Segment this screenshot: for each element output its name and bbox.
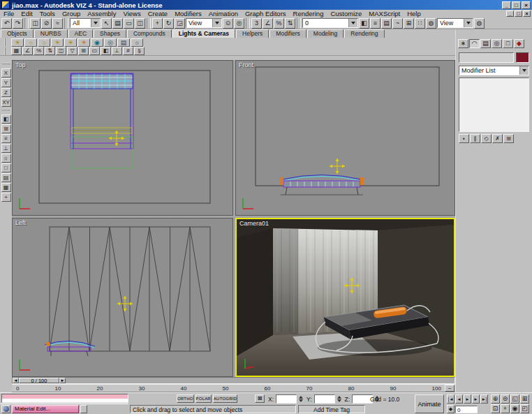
curve-editor-icon[interactable]: ~ — [392, 18, 403, 29]
snap-toggle-3d-icon[interactable]: 3 — [251, 18, 262, 29]
viewport-camera[interactable]: Camera01 — [235, 218, 455, 377]
grid-settings-icon[interactable]: § — [134, 47, 145, 55]
ortho-toggle[interactable]: ORTHO — [177, 394, 194, 403]
taskbar-mini-button[interactable] — [80, 405, 87, 413]
viewport-label[interactable]: Front — [239, 61, 253, 68]
restrict-z-button[interactable]: Z — [1, 88, 11, 97]
menu-item[interactable]: MAXScript — [365, 10, 404, 17]
xref-scene-icon[interactable]: ⊞ — [78, 47, 89, 55]
selection-lock-icon[interactable]: ⊠ — [255, 394, 265, 403]
previous-frame-button[interactable]: ◄ — [455, 394, 463, 404]
normal-align-icon[interactable]: ⊥ — [1, 144, 11, 153]
spinner-snap-toggle-icon[interactable]: ⇅ — [45, 47, 55, 55]
dropdown-arrow-icon[interactable] — [91, 19, 100, 27]
menu-item[interactable]: Rendering — [290, 10, 327, 17]
menu-item[interactable]: Graph Editors — [242, 10, 290, 17]
menu-item[interactable]: Create — [145, 10, 172, 17]
spinner-snap-icon[interactable]: ⇅ — [285, 18, 295, 29]
align-tool-icon[interactable]: ≡ — [1, 134, 11, 143]
schematic-view-icon[interactable]: ⊞ — [404, 18, 414, 29]
taskbar-icon-button[interactable] — [1, 405, 10, 413]
tab-create[interactable]: ∗ — [458, 39, 468, 48]
target-camera-icon[interactable]: ◉ — [91, 38, 103, 47]
pin-stack-icon[interactable]: ▪ — [459, 134, 469, 143]
angle-snap-toggle-icon[interactable]: ∠ — [22, 47, 33, 55]
viewport-label[interactable]: Top — [15, 61, 26, 68]
animate-button[interactable]: Animate — [415, 394, 444, 413]
percent-snap-icon[interactable]: % — [274, 18, 284, 29]
unlink-selection-icon[interactable]: ⊘ — [41, 18, 52, 29]
min-max-toggle-icon[interactable]: ◰ — [520, 404, 529, 413]
menu-item[interactable]: Help — [404, 10, 424, 17]
tab-helpers[interactable]: Helpers — [236, 29, 269, 38]
mirror-tool-icon[interactable]: ◧ — [101, 47, 111, 55]
y-coordinate-field[interactable] — [314, 394, 335, 404]
tab-modeling[interactable]: Modeling — [307, 29, 344, 38]
go-to-start-button[interactable]: |◄ — [447, 394, 455, 404]
child-minimize-button[interactable]: _ — [506, 10, 514, 17]
menu-item[interactable]: Assembly — [84, 10, 119, 17]
track-bar[interactable]: 0102030405060708090100 ~ — [12, 384, 455, 392]
mirror-tool-icon[interactable]: ◧ — [1, 114, 11, 124]
use-pivot-point-center-icon[interactable]: ⊙ — [223, 18, 233, 29]
tab-display[interactable]: □ — [503, 39, 513, 48]
viewport-left[interactable]: Left — [12, 218, 233, 377]
x-coordinate-field[interactable] — [276, 394, 297, 404]
dropdown-arrow-icon[interactable] — [348, 19, 357, 27]
child-restore-button[interactable]: □ — [515, 10, 522, 17]
time-slider[interactable]: ◄ 0 / 100 ► — [12, 377, 455, 384]
region-zoom-icon[interactable]: ⊡ — [491, 404, 500, 413]
undo-icon[interactable]: ↶ — [1, 18, 12, 29]
maxscript-mini-listener[interactable] — [1, 394, 128, 403]
tab-shapes[interactable]: Shapes — [94, 29, 126, 38]
go-to-end-button[interactable]: ►| — [480, 394, 488, 404]
quick-render-icon[interactable]: ◍ — [474, 18, 485, 29]
zoom-icon[interactable]: ⊕ — [491, 394, 500, 404]
remove-modifier-icon[interactable]: ✗ — [492, 134, 503, 143]
units-setup-icon[interactable]: # — [123, 47, 133, 55]
menu-item[interactable]: Views — [119, 10, 144, 17]
named-selection-sets-icon[interactable]: ▤ — [1, 173, 11, 182]
tab-modifiers[interactable]: Modifiers — [269, 29, 306, 38]
percent-snap-toggle-icon[interactable]: % — [34, 47, 44, 55]
free-directional-light-icon[interactable]: ☀ — [64, 38, 77, 47]
make-unique-icon[interactable]: ◇ — [481, 134, 492, 143]
restrict-y-button[interactable]: Y — [1, 78, 11, 87]
toolbar-grip[interactable] — [4, 47, 8, 55]
target-spotlight-icon[interactable]: ☼ — [24, 38, 37, 47]
transform-type-in-icon[interactable]: + — [1, 193, 11, 202]
window-crossing-icon[interactable]: ◫ — [135, 18, 145, 29]
arc-rotate-icon[interactable]: ◉ — [510, 404, 519, 413]
tab-hierarchy[interactable]: ▤ — [480, 39, 491, 48]
tab-objects[interactable]: Objects — [1, 29, 34, 38]
zoom-all-icon[interactable]: ⊜ — [501, 394, 510, 404]
tab-utilities[interactable]: ◆ — [514, 39, 524, 48]
tab-aec[interactable]: AEC — [68, 29, 93, 38]
tab-lights-cameras[interactable]: Lights & Cameras — [172, 29, 235, 38]
open-mini-curve-editor-button[interactable]: ~ — [445, 385, 455, 392]
omni-light-icon[interactable]: ☀ — [11, 38, 24, 47]
toolbar-grip[interactable] — [4, 38, 8, 46]
tab-modify[interactable]: ◠ — [469, 39, 480, 48]
current-frame-field[interactable]: 0 — [455, 406, 478, 413]
angle-snap-icon[interactable]: ∠ — [263, 18, 273, 29]
time-slider-handle[interactable]: 0 / 100 — [19, 378, 59, 383]
menu-item[interactable]: Group — [59, 10, 84, 17]
select-and-link-icon[interactable]: ◫ — [30, 18, 40, 29]
rectangular-selection-region-icon[interactable]: ▭ — [124, 18, 134, 29]
reference-coordinate-system-dropdown[interactable]: View — [186, 18, 222, 28]
next-frame-button[interactable]: ► — [472, 394, 480, 404]
layer-manager-icon[interactable]: ▤ — [381, 18, 392, 29]
select-and-scale-icon[interactable]: ◲ — [175, 18, 185, 29]
object-color-swatch[interactable] — [516, 52, 529, 63]
play-button[interactable]: ► — [464, 394, 471, 404]
key-mode-toggle-icon[interactable]: ◆ — [447, 405, 455, 413]
close-button[interactable]: × — [522, 1, 531, 9]
zoom-extents-icon[interactable]: ◱ — [510, 394, 519, 404]
tab-motion[interactable]: ◎ — [492, 39, 502, 48]
viewport-top[interactable]: Top — [12, 60, 233, 216]
redo-icon[interactable]: ↷ — [13, 18, 23, 29]
sunlight-system-icon[interactable]: ☀ — [77, 38, 90, 47]
menu-item[interactable]: Customize — [327, 10, 365, 17]
render-scene-icon[interactable]: ◍ — [426, 18, 436, 29]
